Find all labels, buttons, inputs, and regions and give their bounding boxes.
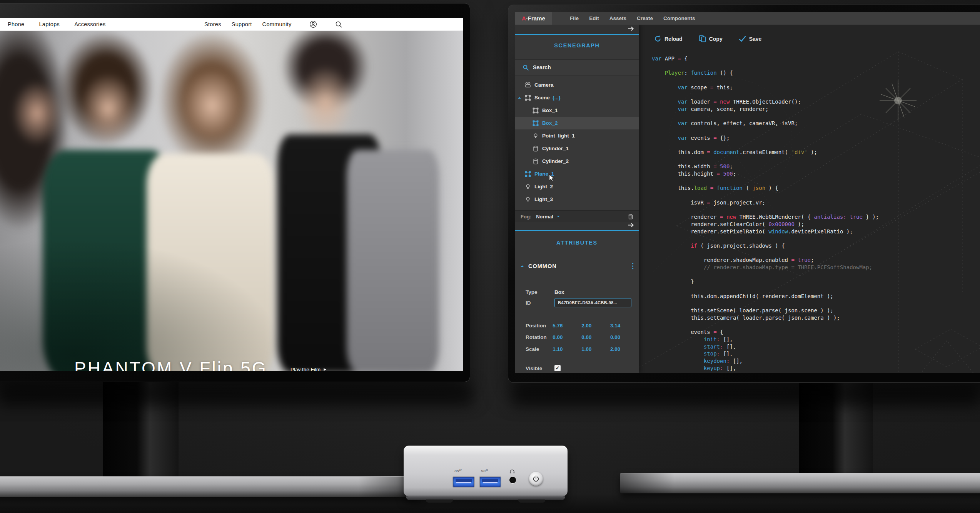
transform-value[interactable]: 5.76 — [553, 323, 581, 329]
save-button[interactable]: Save — [739, 35, 762, 42]
toolbar-button-label: Copy — [709, 36, 723, 42]
aframe-brand-tab[interactable]: A-Frame — [515, 12, 552, 25]
id-label: ID — [526, 300, 554, 306]
site-nav-link-stores[interactable]: Stores — [204, 21, 221, 27]
transform-value[interactable]: 0.00 — [553, 334, 581, 340]
tree-item-box_2[interactable]: Box_2 — [515, 117, 639, 129]
panel-expand-arrow-icon[interactable] — [628, 26, 634, 32]
menu-file[interactable]: File — [570, 15, 579, 21]
transform-value[interactable]: 2.00 — [610, 346, 639, 352]
power-icon — [532, 475, 540, 483]
menu-assets[interactable]: Assets — [609, 15, 626, 21]
transform-label: Rotation — [526, 334, 553, 340]
site-nav-link-phone[interactable]: Phone — [8, 21, 24, 27]
transform-value[interactable]: 1.00 — [581, 346, 610, 352]
brand-accent-letter: A — [522, 15, 526, 22]
fog-select[interactable]: Normal — [536, 214, 553, 220]
code-line: var loader = new THREE.ObjectLoader(); — [652, 98, 980, 106]
reload-icon — [654, 35, 661, 42]
code-line: keyup: [], — [652, 365, 980, 372]
transform-label: Scale — [526, 346, 553, 352]
right-monitor: A-Frame FileEditAssetsCreateComponents — [508, 5, 980, 383]
id-input[interactable]: B47D0BFC-D63A-4CBB-98... — [554, 298, 631, 307]
common-section-header[interactable]: COMMON — [515, 260, 639, 272]
code-editor[interactable]: var APP = { Player: function () { var sc… — [652, 55, 980, 373]
headphone-icon — [509, 469, 515, 475]
code-line: init: [], — [652, 336, 980, 343]
transform-value[interactable]: 1.10 — [553, 346, 581, 352]
tree-item-cylinder_2[interactable]: Cylinder_2 — [515, 155, 639, 168]
tree-item-camera[interactable]: Camera — [515, 79, 639, 91]
chevron-down-icon[interactable] — [556, 215, 560, 218]
hero-image: PHANTOM V Flip 5G Play the Film — [0, 30, 463, 371]
copy-button[interactable]: Copy — [699, 35, 723, 42]
reload-button[interactable]: Reload — [654, 35, 683, 42]
code-line: if ( json.project.shadows ) { — [652, 242, 980, 250]
attributes-title: ATTRIBUTES — [515, 240, 639, 246]
delete-entity-icon[interactable] — [628, 213, 634, 220]
left-screen: PhoneLaptopsAccessories StoresSupportCom… — [0, 18, 463, 371]
tree-item-point_light_1[interactable]: Point_light_1 — [515, 129, 639, 142]
code-line: var APP = { — [652, 55, 980, 62]
tree-item-cylinder_1[interactable]: Cylinder_1 — [515, 142, 639, 155]
fog-label: Fog: — [521, 214, 531, 220]
hero-title: PHANTOM V Flip 5G — [74, 358, 267, 371]
box-icon — [533, 120, 539, 126]
usb-port-label: SS10 — [481, 469, 488, 473]
tree-item-box_1[interactable]: Box_1 — [515, 104, 639, 117]
visible-checkbox[interactable]: ✓ — [554, 365, 561, 371]
code-line: this.dom.appendChild( renderer.domElemen… — [652, 293, 980, 300]
site-nav-link-support[interactable]: Support — [232, 21, 252, 27]
site-nav-link-accessories[interactable]: Accessories — [74, 21, 105, 27]
search-icon[interactable] — [335, 20, 342, 28]
code-line: var events = {}; — [652, 134, 980, 142]
code-line: this.height = 500; — [652, 170, 980, 178]
menu-edit[interactable]: Edit — [589, 15, 599, 21]
code-line — [652, 113, 980, 120]
play-film-button[interactable]: Play the Film — [290, 367, 327, 371]
search-placeholder: Search — [533, 64, 551, 70]
code-line — [652, 127, 980, 134]
check-icon — [739, 35, 746, 42]
code-line: this.setScene( loader.parse( json.scene … — [652, 307, 980, 314]
type-row: Type Box — [515, 287, 639, 297]
transform-value[interactable]: 0.00 — [581, 334, 610, 340]
usb-port-label: SS10 — [454, 469, 462, 473]
transform-value[interactable]: 2.00 — [581, 323, 610, 329]
tree-item-scene[interactable]: Scene{...} — [515, 91, 639, 104]
mouse-cursor — [548, 174, 556, 182]
code-line: start: [], — [652, 343, 980, 350]
code-line — [652, 178, 980, 185]
panel-expand-arrow-icon[interactable] — [628, 222, 634, 228]
code-line: } — [652, 278, 980, 285]
tree-item-label: Box_2 — [542, 120, 558, 126]
type-value: Box — [554, 289, 564, 295]
menu-create[interactable]: Create — [637, 15, 653, 21]
account-icon[interactable] — [309, 20, 317, 28]
code-line — [652, 77, 980, 84]
scenegraph-search-input[interactable]: Search — [515, 59, 639, 75]
usb-port — [452, 476, 475, 488]
site-nav-link-laptops[interactable]: Laptops — [39, 21, 60, 27]
site-nav-link-community[interactable]: Community — [262, 21, 292, 27]
transform-value[interactable]: 3.14 — [610, 323, 639, 329]
play-film-label: Play the Film — [290, 367, 321, 371]
kebab-menu-icon[interactable] — [632, 263, 634, 270]
code-line: var camera, scene, renderer; — [652, 106, 980, 113]
transform-value[interactable]: 0.00 — [610, 334, 639, 340]
tree-item-light_2[interactable]: Light_2 — [515, 180, 639, 193]
tree-item-plane_1[interactable]: Plane_1 — [515, 168, 639, 180]
code-line: renderer = new THREE.WebGLRenderer( { an… — [652, 213, 980, 221]
code-line: keydown: [], — [652, 357, 980, 365]
left-monitor-base — [0, 476, 420, 497]
code-line — [652, 235, 980, 242]
chevron-up-icon — [520, 264, 524, 268]
scale-row: Scale1.101.002.00 — [515, 343, 639, 355]
menu-components[interactable]: Components — [663, 15, 695, 21]
rotation-row: Rotation0.000.000.00 — [515, 332, 639, 344]
tree-item-light_3[interactable]: Light_3 — [515, 193, 639, 206]
code-line — [652, 206, 980, 213]
toolbar-button-label: Save — [749, 36, 762, 42]
chevron-up-icon[interactable] — [518, 96, 521, 100]
id-row: ID B47D0BFC-D63A-4CBB-98... — [515, 298, 639, 307]
